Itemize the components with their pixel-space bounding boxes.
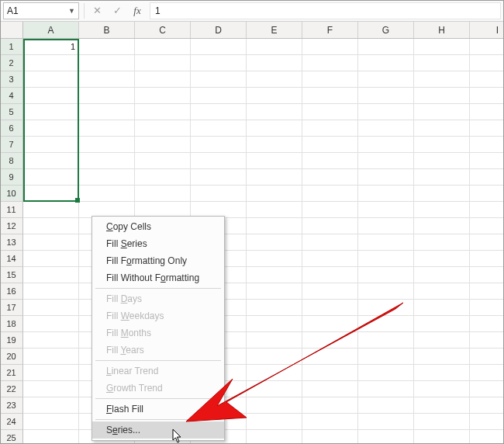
cell-C2[interactable] <box>135 55 191 71</box>
cell-I13[interactable] <box>470 234 504 251</box>
cell-D2[interactable] <box>191 55 247 71</box>
row-header-13[interactable]: 13 <box>0 234 23 251</box>
cell-A2[interactable] <box>23 55 79 71</box>
row-header-19[interactable]: 19 <box>0 332 23 349</box>
cell-E5[interactable] <box>247 104 302 120</box>
cell-A11[interactable] <box>23 202 79 218</box>
cell-H14[interactable] <box>414 251 470 267</box>
cell-E24[interactable] <box>247 414 302 430</box>
cell-G11[interactable] <box>358 202 414 218</box>
cell-A23[interactable] <box>23 397 79 414</box>
cell-E19[interactable] <box>247 332 302 349</box>
cell-I5[interactable] <box>470 104 504 120</box>
row-header-1[interactable]: 1 <box>0 39 23 55</box>
cell-H9[interactable] <box>414 169 470 186</box>
cell-I20[interactable] <box>470 349 504 365</box>
cell-F11[interactable] <box>302 202 358 218</box>
cell-F19[interactable] <box>302 332 358 349</box>
cell-A16[interactable] <box>23 283 79 300</box>
cell-H2[interactable] <box>414 55 470 71</box>
cell-E8[interactable] <box>247 153 302 169</box>
row-header-22[interactable]: 22 <box>0 381 23 397</box>
cell-F23[interactable] <box>302 397 358 414</box>
cell-B8[interactable] <box>79 153 135 169</box>
cell-B9[interactable] <box>79 169 135 186</box>
row-header-9[interactable]: 9 <box>0 169 23 186</box>
cell-E21[interactable] <box>247 365 302 381</box>
cell-G8[interactable] <box>358 153 414 169</box>
cell-F21[interactable] <box>302 365 358 381</box>
row-header-17[interactable]: 17 <box>0 300 23 316</box>
cell-I23[interactable] <box>470 397 504 414</box>
cell-I25[interactable] <box>470 430 504 444</box>
cell-E22[interactable] <box>247 381 302 397</box>
cell-I3[interactable] <box>470 71 504 88</box>
cell-G15[interactable] <box>358 267 414 283</box>
cell-D6[interactable] <box>191 120 247 137</box>
cell-H24[interactable] <box>414 414 470 430</box>
cell-D1[interactable] <box>191 39 247 55</box>
cell-B2[interactable] <box>79 55 135 71</box>
cell-B4[interactable] <box>79 88 135 104</box>
cell-A1[interactable]: 1 <box>23 39 79 55</box>
cell-F9[interactable] <box>302 169 358 186</box>
cell-H16[interactable] <box>414 283 470 300</box>
enter-icon[interactable]: ✓ <box>109 3 125 19</box>
column-header-G[interactable]: G <box>358 22 414 38</box>
cell-A25[interactable] <box>23 430 79 444</box>
cell-E1[interactable] <box>247 39 302 55</box>
cell-F6[interactable] <box>302 120 358 137</box>
cancel-icon[interactable]: ✕ <box>89 3 105 19</box>
row-header-20[interactable]: 20 <box>0 349 23 365</box>
cell-F10[interactable] <box>302 186 358 202</box>
cell-I9[interactable] <box>470 169 504 186</box>
cell-G17[interactable] <box>358 300 414 316</box>
cell-D10[interactable] <box>191 186 247 202</box>
cell-H12[interactable] <box>414 218 470 234</box>
cell-F7[interactable] <box>302 137 358 153</box>
cell-A8[interactable] <box>23 153 79 169</box>
cell-B7[interactable] <box>79 137 135 153</box>
row-header-7[interactable]: 7 <box>0 137 23 153</box>
cell-A13[interactable] <box>23 234 79 251</box>
cell-H18[interactable] <box>414 316 470 332</box>
cell-H17[interactable] <box>414 300 470 316</box>
cell-E25[interactable] <box>247 430 302 444</box>
cell-C1[interactable] <box>135 39 191 55</box>
cell-I18[interactable] <box>470 316 504 332</box>
cell-B1[interactable] <box>79 39 135 55</box>
cell-A19[interactable] <box>23 332 79 349</box>
cell-H10[interactable] <box>414 186 470 202</box>
name-box-dropdown-icon[interactable]: ▼ <box>68 7 75 15</box>
cell-I6[interactable] <box>470 120 504 137</box>
cell-I12[interactable] <box>470 218 504 234</box>
cell-I1[interactable] <box>470 39 504 55</box>
cell-E13[interactable] <box>247 234 302 251</box>
cell-A9[interactable] <box>23 169 79 186</box>
cell-F22[interactable] <box>302 381 358 397</box>
cell-I24[interactable] <box>470 414 504 430</box>
row-header-25[interactable]: 25 <box>0 430 23 444</box>
cell-A21[interactable] <box>23 365 79 381</box>
cell-I14[interactable] <box>470 251 504 267</box>
cell-G24[interactable] <box>358 414 414 430</box>
row-header-6[interactable]: 6 <box>0 120 23 137</box>
cell-G6[interactable] <box>358 120 414 137</box>
row-header-14[interactable]: 14 <box>0 251 23 267</box>
cell-E3[interactable] <box>247 71 302 88</box>
cell-A3[interactable] <box>23 71 79 88</box>
cell-C10[interactable] <box>135 186 191 202</box>
row-header-18[interactable]: 18 <box>0 316 23 332</box>
row-header-11[interactable]: 11 <box>0 202 23 218</box>
cell-A15[interactable] <box>23 267 79 283</box>
cell-I22[interactable] <box>470 381 504 397</box>
cell-F5[interactable] <box>302 104 358 120</box>
cell-E18[interactable] <box>247 316 302 332</box>
row-header-5[interactable]: 5 <box>0 104 23 120</box>
cell-E6[interactable] <box>247 120 302 137</box>
cell-A10[interactable] <box>23 186 79 202</box>
cell-H5[interactable] <box>414 104 470 120</box>
row-header-10[interactable]: 10 <box>0 186 23 202</box>
cell-G18[interactable] <box>358 316 414 332</box>
cell-E4[interactable] <box>247 88 302 104</box>
